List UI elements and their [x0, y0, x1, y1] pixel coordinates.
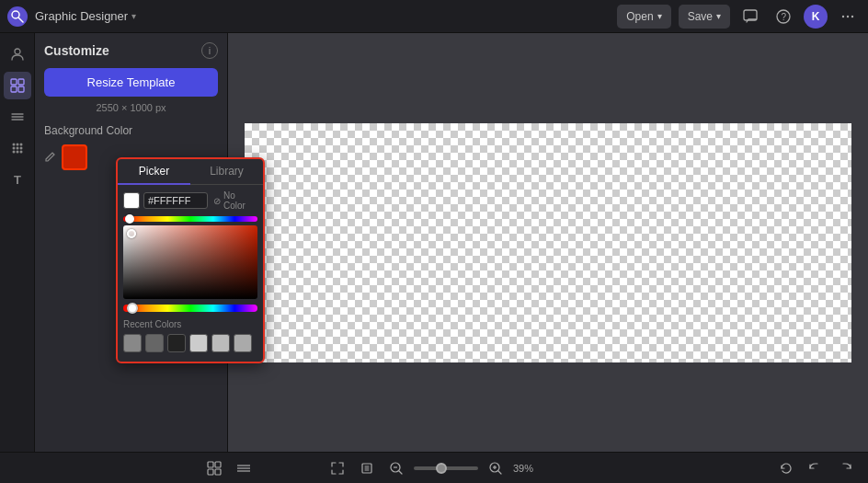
more-icon-btn[interactable]	[835, 4, 861, 29]
help-icon-btn[interactable]: ?	[771, 4, 796, 29]
sidebar-item-apps[interactable]	[4, 134, 31, 162]
app-title[interactable]: Graphic Designer ▾	[35, 9, 136, 23]
hex-input[interactable]	[143, 192, 208, 209]
resize-template-button[interactable]: Resize Template	[44, 68, 218, 97]
hue-slider[interactable]	[123, 305, 257, 312]
zoom-thumb	[436, 463, 447, 474]
svg-point-24	[19, 151, 22, 154]
hex-color-swatch	[123, 192, 140, 209]
pencil-icon[interactable]	[44, 150, 56, 165]
svg-point-8	[15, 49, 20, 54]
redo-icon-btn[interactable]	[833, 456, 857, 480]
save-button[interactable]: Save ▾	[679, 5, 730, 29]
user-avatar[interactable]: K	[804, 5, 828, 29]
svg-point-22	[12, 151, 15, 154]
recent-colors-row	[118, 334, 263, 352]
bottombar-right	[774, 456, 857, 480]
bottombar-left	[202, 456, 256, 480]
picker-hex-row: ⊘ No Color	[118, 190, 263, 211]
zoom-out-icon-btn[interactable]	[384, 456, 408, 480]
svg-rect-9	[11, 79, 17, 85]
color-gradient-area[interactable]	[123, 225, 257, 299]
recent-swatch-4[interactable]	[189, 334, 208, 352]
sidebar-item-layers[interactable]	[4, 103, 31, 131]
sidebar-item-text[interactable]: T	[4, 166, 31, 193]
zoom-slider[interactable]	[414, 466, 478, 470]
svg-rect-10	[18, 79, 24, 85]
color-swatch-red[interactable]	[62, 144, 87, 170]
tab-library[interactable]: Library	[190, 159, 263, 184]
svg-point-19	[12, 147, 15, 150]
svg-line-40	[498, 471, 501, 474]
svg-rect-12	[18, 86, 24, 92]
bottombar: 39%	[0, 452, 868, 483]
svg-rect-26	[208, 462, 213, 467]
gradient-thumb	[127, 229, 136, 238]
zoom-percent: 39%	[513, 463, 542, 474]
svg-point-7	[851, 15, 853, 17]
svg-point-17	[16, 144, 18, 146]
picker-tabs: Picker Library	[118, 159, 263, 185]
svg-text:?: ?	[782, 12, 787, 22]
panel-header: Customize i	[44, 42, 218, 59]
svg-rect-28	[208, 469, 213, 475]
svg-point-6	[847, 15, 849, 17]
svg-point-21	[19, 147, 22, 150]
app-title-text: Graphic Designer	[35, 9, 128, 23]
save-label: Save	[688, 10, 713, 23]
svg-point-23	[16, 151, 18, 154]
info-icon[interactable]: i	[201, 42, 218, 59]
bg-color-label: Background Color	[44, 124, 218, 137]
svg-point-16	[12, 144, 15, 146]
sidebar-item-grid[interactable]	[4, 72, 31, 99]
checkerboard-pattern	[245, 123, 851, 362]
color-picker-popup: Picker Library ⊘ No Color	[116, 157, 265, 363]
app-logo[interactable]	[7, 6, 28, 27]
svg-line-36	[399, 471, 402, 474]
list-view-icon-btn[interactable]	[232, 456, 256, 480]
canvas-background	[245, 123, 851, 362]
comments-icon-btn[interactable]	[737, 4, 763, 29]
undo-icon-btn[interactable]	[804, 456, 828, 480]
no-color-label: No Color	[223, 190, 257, 211]
svg-point-18	[19, 144, 22, 146]
svg-rect-29	[215, 469, 221, 475]
svg-rect-11	[11, 86, 17, 92]
recent-swatch-2[interactable]	[145, 334, 164, 352]
svg-text:T: T	[14, 173, 21, 187]
panel-title: Customize	[44, 43, 109, 58]
customize-panel: Customize i Resize Template 2550 × 1000 …	[35, 33, 228, 452]
recent-swatch-6[interactable]	[234, 334, 252, 352]
open-label: Open	[626, 10, 653, 23]
dimensions-text: 2550 × 1000 px	[44, 102, 218, 113]
bottombar-center: 39%	[326, 456, 542, 480]
svg-rect-27	[215, 462, 221, 467]
recent-swatch-3[interactable]	[167, 334, 186, 352]
recent-colors-label: Recent Colors	[118, 319, 263, 329]
save-chevron: ▾	[716, 11, 721, 21]
icon-sidebar: T	[0, 33, 35, 452]
topbar: Graphic Designer ▾ Open ▾ Save ▾ ? K	[0, 0, 868, 33]
recent-swatch-1[interactable]	[123, 334, 142, 352]
grid-view-icon-btn[interactable]	[202, 456, 226, 480]
hue-bar-top[interactable]	[123, 216, 257, 222]
no-color-icon: ⊘	[213, 196, 221, 206]
recent-swatch-5[interactable]	[211, 334, 230, 352]
svg-line-1	[18, 17, 23, 22]
canvas-area	[228, 33, 868, 452]
tab-picker[interactable]: Picker	[118, 159, 190, 185]
svg-point-5	[842, 15, 844, 17]
zoom-in-icon-btn[interactable]	[484, 456, 508, 480]
sidebar-item-users[interactable]	[4, 40, 31, 68]
actual-size-icon-btn[interactable]	[355, 456, 379, 480]
hue-bar-top-thumb	[125, 214, 134, 224]
open-button[interactable]: Open ▾	[617, 5, 670, 29]
app-title-chevron: ▾	[131, 11, 136, 21]
history-icon-btn[interactable]	[774, 456, 798, 480]
main-layout: T Customize i Resize Template 2550 × 100…	[0, 33, 868, 452]
svg-point-20	[16, 147, 18, 150]
fit-screen-icon-btn[interactable]	[326, 456, 349, 480]
no-color-button[interactable]: ⊘ No Color	[213, 190, 257, 211]
open-chevron: ▾	[657, 11, 662, 21]
hue-thumb	[127, 303, 138, 314]
